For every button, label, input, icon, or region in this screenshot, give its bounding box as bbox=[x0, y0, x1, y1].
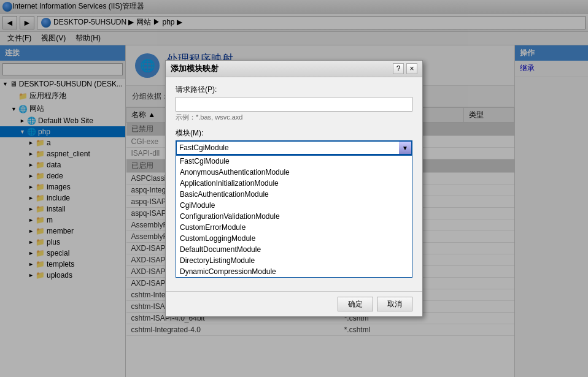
modal-title-bar: 添加模块映射 ? × bbox=[166, 61, 422, 77]
request-path-hint: 示例：*.bas, wsvc.axd bbox=[176, 113, 412, 122]
module-option-4[interactable]: CgiModule bbox=[176, 200, 412, 211]
module-option-6[interactable]: CustomErrorModule bbox=[176, 222, 412, 233]
modal-body: 请求路径(P): 示例：*.bas, wsvc.axd 模块(M): ▼ Fas… bbox=[166, 77, 422, 291]
module-option-5[interactable]: ConfigurationValidationModule bbox=[176, 211, 412, 222]
module-option-2[interactable]: ApplicationInitializationModule bbox=[176, 178, 412, 189]
module-input[interactable] bbox=[176, 140, 399, 155]
ok-button[interactable]: 确定 bbox=[338, 297, 373, 311]
modal-help-button[interactable]: ? bbox=[393, 63, 404, 74]
add-module-mapping-dialog: 添加模块映射 ? × 请求路径(P): 示例：*.bas, wsvc.axd 模… bbox=[165, 60, 423, 317]
cancel-button[interactable]: 取消 bbox=[377, 297, 412, 311]
modal-close-button[interactable]: × bbox=[406, 63, 417, 74]
module-group: 模块(M): ▼ FastCgiModuleAnonymousAuthentic… bbox=[176, 128, 412, 278]
module-option-11[interactable]: DynamicIpRestrictionModule bbox=[176, 277, 412, 278]
module-option-0[interactable]: FastCgiModule bbox=[176, 156, 412, 167]
module-label: 模块(M): bbox=[176, 128, 412, 139]
request-path-input[interactable] bbox=[176, 97, 412, 112]
modal-overlay: 添加模块映射 ? × 请求路径(P): 示例：*.bas, wsvc.axd 模… bbox=[0, 0, 588, 377]
request-path-label: 请求路径(P): bbox=[176, 85, 412, 95]
module-option-7[interactable]: CustomLoggingModule bbox=[176, 233, 412, 244]
module-dropdown-list: FastCgiModuleAnonymousAuthenticationModu… bbox=[176, 155, 412, 278]
module-option-10[interactable]: DynamicCompressionModule bbox=[176, 266, 412, 277]
request-path-group: 请求路径(P): 示例：*.bas, wsvc.axd bbox=[176, 85, 412, 122]
module-option-8[interactable]: DefaultDocumentModule bbox=[176, 244, 412, 255]
module-option-9[interactable]: DirectoryListingModule bbox=[176, 255, 412, 266]
modal-title: 添加模块映射 bbox=[171, 63, 390, 74]
module-option-3[interactable]: BasicAuthenticationModule bbox=[176, 189, 412, 200]
modal-footer: 确定 取消 bbox=[166, 291, 422, 316]
module-dropdown-arrow[interactable]: ▼ bbox=[399, 140, 412, 155]
module-option-1[interactable]: AnonymousAuthenticationModule bbox=[176, 167, 412, 178]
